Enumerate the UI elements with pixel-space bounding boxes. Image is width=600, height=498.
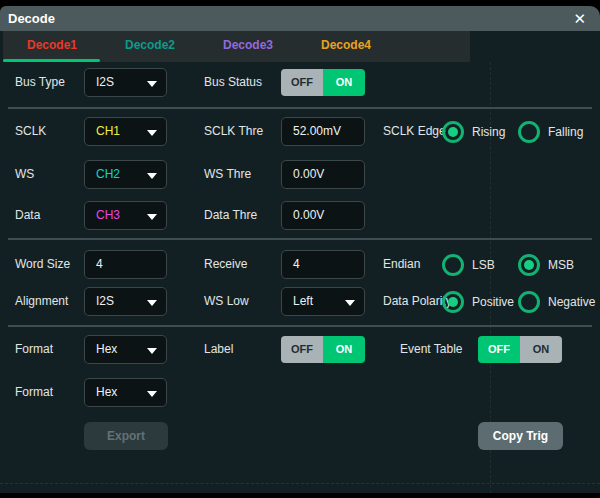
tab-decode2[interactable]: Decode2 [101,31,199,62]
bus-status-label: Bus Status [204,68,262,97]
label-toggle[interactable]: OFF ON [281,336,365,363]
ws-thre-label: WS Thre [204,160,251,189]
chevron-down-icon [147,300,157,306]
bus-status-toggle[interactable]: OFF ON [281,69,365,96]
bus-status-on[interactable]: ON [323,69,365,96]
separator [8,107,592,109]
ws-label: WS [15,160,34,189]
radio-icon [518,291,540,313]
format-export-dropdown[interactable]: Hex [84,378,167,407]
radio-label: Rising [472,125,505,139]
dialog-titlebar: Decode ✕ [0,6,600,31]
ws-low-label: WS Low [204,287,249,316]
export-button[interactable]: Export [84,422,168,450]
format-display-dropdown[interactable]: Hex [84,335,167,364]
radio-icon [442,254,464,276]
chevron-down-icon [345,300,355,306]
dialog-title: Decode [8,6,55,31]
receive-input[interactable]: 4 [281,250,365,279]
endian-label: Endian [383,250,420,279]
sclk-thre-label: SCLK Thre [204,117,263,146]
data-polarity-positive-radio[interactable]: Positive [442,287,514,316]
radio-label: MSB [548,258,574,272]
tab-decode3[interactable]: Decode3 [199,31,297,62]
chevron-down-icon [147,214,157,220]
sclk-thre-input[interactable]: 52.00mV [281,117,365,146]
separator [8,238,592,240]
sclk-edge-rising-radio[interactable]: Rising [442,117,505,146]
alignment-value: I2S [96,294,114,308]
separator [8,325,592,327]
ws-dropdown[interactable]: CH2 [84,160,167,189]
word-size-label: Word Size [15,250,70,279]
label-off[interactable]: OFF [281,336,323,363]
data-dropdown[interactable]: CH3 [84,201,167,230]
endian-lsb-radio[interactable]: LSB [442,250,495,279]
ws-low-value: Left [293,294,313,308]
radio-label: Negative [548,295,595,309]
event-table-label: Event Table [400,335,463,364]
radio-label: LSB [472,258,495,272]
alignment-dropdown[interactable]: I2S [84,287,167,316]
format-export-label: Format [15,378,53,407]
data-value: CH3 [96,208,120,222]
radio-label: Falling [548,125,583,139]
event-table-toggle[interactable]: OFF ON [478,336,562,363]
decode-dialog: Decode ✕ Decode1 Decode2 Decode3 Decode4… [0,6,600,493]
format-display-label: Format [15,335,53,364]
radio-label: Positive [472,295,514,309]
sclk-dropdown[interactable]: CH1 [84,117,167,146]
radio-icon [442,291,464,313]
bus-type-dropdown[interactable]: I2S [84,68,167,97]
bus-status-off[interactable]: OFF [281,69,323,96]
bus-type-label: Bus Type [15,68,65,97]
sclk-edge-label: SCLK Edge [383,117,446,146]
alignment-label: Alignment [15,287,68,316]
format-display-value: Hex [96,342,117,356]
data-thre-label: Data Thre [204,201,257,230]
receive-label: Receive [204,250,247,279]
label-toggle-label: Label [204,335,233,364]
radio-icon [518,121,540,143]
chevron-down-icon [147,348,157,354]
graticule-line-horizontal [0,483,600,484]
tab-decode1[interactable]: Decode1 [3,31,101,62]
ws-low-dropdown[interactable]: Left [281,287,365,316]
close-icon[interactable]: ✕ [573,6,586,31]
chevron-down-icon [147,391,157,397]
sclk-edge-falling-radio[interactable]: Falling [518,117,583,146]
event-table-on[interactable]: ON [520,336,562,363]
word-size-input[interactable]: 4 [84,250,167,279]
chevron-down-icon [147,81,157,87]
data-label: Data [15,201,40,230]
label-on[interactable]: ON [323,336,365,363]
data-polarity-negative-radio[interactable]: Negative [518,287,595,316]
radio-icon [442,121,464,143]
format-export-value: Hex [96,385,117,399]
chevron-down-icon [147,173,157,179]
bus-type-value: I2S [96,75,114,89]
decode-dialog-page: Decode ✕ Decode1 Decode2 Decode3 Decode4… [0,0,600,498]
endian-msb-radio[interactable]: MSB [518,250,574,279]
chevron-down-icon [147,130,157,136]
copy-trig-button[interactable]: Copy Trig [478,422,563,450]
tab-decode4[interactable]: Decode4 [297,31,395,62]
radio-icon [518,254,540,276]
event-table-off[interactable]: OFF [478,336,520,363]
data-thre-input[interactable]: 0.00V [281,201,365,230]
ws-thre-input[interactable]: 0.00V [281,160,365,189]
sclk-label: SCLK [15,117,46,146]
sclk-value: CH1 [96,124,120,138]
tab-bar: Decode1 Decode2 Decode3 Decode4 [3,31,470,62]
ws-value: CH2 [96,167,120,181]
